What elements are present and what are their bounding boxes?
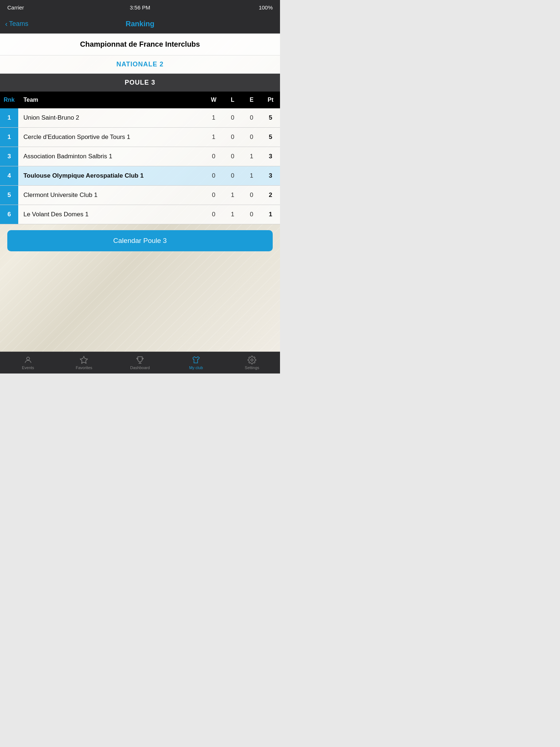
poule-label: POULE 3 xyxy=(7,79,273,86)
header-rnk: Rnk xyxy=(0,92,18,108)
back-label: Teams xyxy=(9,20,28,28)
team-cell: Cercle d'Education Sportive de Tours 1 xyxy=(18,128,204,147)
e-cell: 0 xyxy=(242,108,261,128)
l-cell: 0 xyxy=(223,128,242,147)
person-icon xyxy=(24,356,32,364)
tab-settings-label: Settings xyxy=(245,365,259,370)
table-row[interactable]: 1 Union Saint-Bruno 2 1 0 0 5 xyxy=(0,108,280,128)
rank-cell: 3 xyxy=(0,147,18,166)
team-cell: Union Saint-Bruno 2 xyxy=(18,108,204,128)
tab-my-club-label: My club xyxy=(189,365,203,370)
w-cell: 0 xyxy=(204,147,223,166)
rank-cell: 1 xyxy=(0,128,18,147)
star-icon xyxy=(79,356,88,364)
team-cell: Toulouse Olympique Aerospatiale Club 1 xyxy=(18,166,204,186)
pt-cell: 2 xyxy=(261,186,280,205)
content-wrapper: Championnat de France Interclubs NATIONA… xyxy=(0,34,280,257)
team-cell: Clermont Universite Club 1 xyxy=(18,186,204,205)
championship-title: Championnat de France Interclubs xyxy=(7,40,273,49)
gear-icon xyxy=(248,356,256,364)
rank-cell: 4 xyxy=(0,166,18,186)
w-cell: 1 xyxy=(204,108,223,128)
e-cell: 1 xyxy=(242,166,261,186)
rank-cell: 5 xyxy=(0,186,18,205)
svg-point-2 xyxy=(251,359,253,361)
tab-bar: Events Favorites Dashboard My club Setti… xyxy=(0,352,280,374)
tshirt-icon xyxy=(192,356,201,364)
calendar-btn-container: Calendar Poule 3 xyxy=(0,224,280,257)
tab-my-club[interactable]: My club xyxy=(168,352,224,374)
team-cell: Association Badminton Salbris 1 xyxy=(18,147,204,166)
poule-section: POULE 3 xyxy=(0,74,280,92)
header-team: Team xyxy=(18,92,204,108)
ranking-table: Rnk Team W L E Pt 1 Union Saint-Bruno 2 … xyxy=(0,92,280,224)
carrier-text: Carrier xyxy=(7,4,24,11)
table-row[interactable]: 3 Association Badminton Salbris 1 0 0 1 … xyxy=(0,147,280,166)
w-cell: 0 xyxy=(204,166,223,186)
l-cell: 1 xyxy=(223,186,242,205)
tab-settings[interactable]: Settings xyxy=(224,352,280,374)
e-cell: 0 xyxy=(242,128,261,147)
chevron-left-icon: ‹ xyxy=(5,20,8,28)
tab-dashboard[interactable]: Dashboard xyxy=(112,352,168,374)
e-cell: 1 xyxy=(242,147,261,166)
tab-events[interactable]: Events xyxy=(0,352,56,374)
pt-cell: 1 xyxy=(261,205,280,224)
header-l: L xyxy=(223,92,242,108)
l-cell: 1 xyxy=(223,205,242,224)
rank-cell: 1 xyxy=(0,108,18,128)
l-cell: 0 xyxy=(223,166,242,186)
table-header-row: Rnk Team W L E Pt xyxy=(0,92,280,108)
nav-title: Ranking xyxy=(126,20,155,28)
svg-point-0 xyxy=(27,357,30,360)
rank-cell: 6 xyxy=(0,205,18,224)
table-row[interactable]: 5 Clermont Universite Club 1 0 1 0 2 xyxy=(0,186,280,205)
pt-cell: 5 xyxy=(261,108,280,128)
header-w: W xyxy=(204,92,223,108)
w-cell: 0 xyxy=(204,186,223,205)
l-cell: 0 xyxy=(223,108,242,128)
w-cell: 1 xyxy=(204,128,223,147)
championship-header: Championnat de France Interclubs xyxy=(0,34,280,55)
team-cell: Le Volant Des Domes 1 xyxy=(18,205,204,224)
back-button[interactable]: ‹ Teams xyxy=(5,20,28,28)
pt-cell: 3 xyxy=(261,166,280,186)
tab-favorites[interactable]: Favorites xyxy=(56,352,112,374)
header-pt: Pt xyxy=(261,92,280,108)
table-row[interactable]: 6 Le Volant Des Domes 1 0 1 0 1 xyxy=(0,205,280,224)
pt-cell: 5 xyxy=(261,128,280,147)
e-cell: 0 xyxy=(242,186,261,205)
tab-dashboard-label: Dashboard xyxy=(130,365,150,370)
table-row[interactable]: 1 Cercle d'Education Sportive de Tours 1… xyxy=(0,128,280,147)
svg-marker-1 xyxy=(80,356,88,363)
header-e: E xyxy=(242,92,261,108)
battery-text: 100% xyxy=(259,4,273,11)
nationale-section: NATIONALE 2 xyxy=(0,55,280,74)
w-cell: 0 xyxy=(204,205,223,224)
e-cell: 0 xyxy=(242,205,261,224)
trophy-icon xyxy=(136,356,144,364)
nav-bar: ‹ Teams Ranking xyxy=(0,15,280,34)
tab-events-label: Events xyxy=(22,365,34,370)
pt-cell: 3 xyxy=(261,147,280,166)
table-row[interactable]: 4 Toulouse Olympique Aerospatiale Club 1… xyxy=(0,166,280,186)
tab-favorites-label: Favorites xyxy=(76,365,92,370)
nationale-label: NATIONALE 2 xyxy=(7,61,273,68)
l-cell: 0 xyxy=(223,147,242,166)
status-bar: Carrier 3:56 PM 100% xyxy=(0,0,280,15)
main-content: Championnat de France Interclubs NATIONA… xyxy=(0,34,280,352)
calendar-button[interactable]: Calendar Poule 3 xyxy=(7,230,273,251)
time-display: 3:56 PM xyxy=(130,4,150,11)
